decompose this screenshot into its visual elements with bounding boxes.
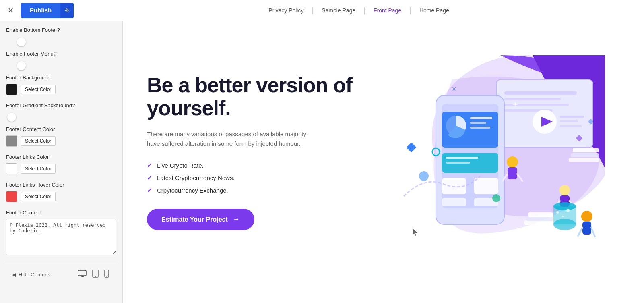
svg-point-49 xyxy=(556,211,559,214)
setting-footer-content-color: Footer Content Color Select Color xyxy=(6,126,116,147)
svg-line-55 xyxy=(591,228,595,237)
setting-footer-links-color: Footer Links Color Select Color xyxy=(6,154,116,174)
hero-list-item-1-text: Live Crypto Rate. xyxy=(157,162,204,169)
svg-rect-24 xyxy=(470,127,490,129)
enable-bottom-footer-label: Enable Bottom Footer? xyxy=(6,27,116,33)
hero-list-item-3: ✓ Crpytocurrency Exchange. xyxy=(147,187,356,194)
enable-footer-menu-label: Enable Footer Menu? xyxy=(6,51,116,57)
svg-rect-62 xyxy=(571,153,599,157)
footer-content-color-select[interactable]: Select Color xyxy=(21,136,56,146)
hide-controls-icon: ◀ xyxy=(12,272,16,278)
preview-area: Be a better version of yourself. There a… xyxy=(123,21,644,303)
setting-footer-gradient: Footer Gradient Background? xyxy=(6,102,116,119)
svg-rect-63 xyxy=(573,148,599,152)
hero-content: Be a better version of yourself. There a… xyxy=(147,74,356,230)
svg-rect-16 xyxy=(560,120,578,122)
hide-controls-label: Hide Controls xyxy=(19,272,50,278)
tablet-icon[interactable] xyxy=(91,268,100,281)
svg-point-36 xyxy=(559,185,570,195)
left-panel-bottom: ◀ Hide Controls xyxy=(6,264,116,285)
svg-rect-9 xyxy=(504,91,577,95)
estimate-project-arrow: → xyxy=(233,215,240,224)
hero-list-item-3-text: Crpytocurrency Exchange. xyxy=(157,187,228,194)
top-navigation: Privacy Policy | Sample Page | Front Pag… xyxy=(74,6,644,15)
svg-point-52 xyxy=(581,211,592,222)
publish-area: Publish ⚙ xyxy=(21,3,74,18)
setting-footer-background: Footer Background Select Color xyxy=(6,75,116,95)
footer-links-hover-color-select[interactable]: Select Color xyxy=(21,192,56,201)
footer-links-color-label: Footer Links Color xyxy=(6,154,116,160)
svg-rect-30 xyxy=(442,198,466,206)
svg-rect-26 xyxy=(446,157,478,159)
estimate-project-button[interactable]: Estimate Your Project → xyxy=(147,209,254,230)
check-icon-1: ✓ xyxy=(147,162,152,169)
desktop-icon[interactable] xyxy=(76,269,88,280)
setting-enable-footer-menu: Enable Footer Menu? xyxy=(6,51,116,67)
svg-rect-40 xyxy=(406,142,416,152)
footer-links-hover-color-row: Select Color xyxy=(6,191,116,202)
svg-rect-29 xyxy=(474,178,498,194)
svg-rect-17 xyxy=(560,125,582,127)
top-toolbar: ✕ Publish ⚙ Privacy Policy | Sample Page… xyxy=(0,0,644,21)
left-settings-panel: Enable Bottom Footer? Enable Footer Menu… xyxy=(0,21,123,303)
top-nav-front-page[interactable]: Front Page xyxy=(365,7,409,14)
svg-rect-23 xyxy=(470,122,486,124)
svg-rect-33 xyxy=(508,167,517,179)
top-nav-sample-page[interactable]: Sample Page xyxy=(314,7,363,14)
svg-rect-22 xyxy=(470,117,492,119)
main-layout: Enable Bottom Footer? Enable Footer Menu… xyxy=(0,21,644,303)
footer-content-color-swatch[interactable] xyxy=(6,135,17,147)
enable-bottom-footer-thumb xyxy=(17,37,26,46)
setting-enable-bottom-footer: Enable Bottom Footer? xyxy=(6,27,116,44)
footer-links-color-swatch[interactable] xyxy=(6,163,17,174)
top-nav-home-page[interactable]: Home Page xyxy=(411,7,457,14)
footer-background-color-row: Select Color xyxy=(6,84,116,95)
close-button[interactable]: ✕ xyxy=(0,0,21,21)
hero-list-item-1: ✓ Live Crypto Rate. xyxy=(147,162,356,169)
estimate-project-label: Estimate Your Project xyxy=(161,216,228,223)
publish-settings-button[interactable]: ⚙ xyxy=(60,3,74,18)
top-nav-privacy-policy[interactable]: Privacy Policy xyxy=(260,7,312,14)
hero-list-item-2: ✓ Latest Cryptocurrency News. xyxy=(147,174,356,182)
footer-background-swatch[interactable] xyxy=(6,84,17,95)
check-icon-3: ✓ xyxy=(147,187,152,194)
svg-point-4 xyxy=(95,276,96,277)
svg-rect-61 xyxy=(569,158,599,162)
footer-links-color-select[interactable]: Select Color xyxy=(21,164,56,174)
hero-list: ✓ Live Crypto Rate. ✓ Latest Cryptocurre… xyxy=(147,162,356,194)
footer-links-hover-color-label: Footer Links Hover Color xyxy=(6,182,116,188)
footer-gradient-thumb xyxy=(7,113,16,122)
mobile-icon[interactable] xyxy=(103,268,110,281)
footer-links-hover-color-swatch[interactable] xyxy=(6,191,17,202)
svg-rect-0 xyxy=(78,270,86,276)
svg-rect-15 xyxy=(560,116,584,118)
svg-point-51 xyxy=(566,209,570,212)
check-icon-2: ✓ xyxy=(147,174,152,182)
setting-footer-content: Footer Content © Flexia 2022. All right … xyxy=(6,210,116,257)
svg-text:×: × xyxy=(452,85,456,93)
svg-rect-27 xyxy=(446,162,470,164)
hero-title: Be a better version of yourself. xyxy=(147,74,356,120)
svg-point-32 xyxy=(507,156,518,168)
hero-list-item-2-text: Latest Cryptocurrency News. xyxy=(157,174,235,181)
footer-content-textarea[interactable]: © Flexia 2022. All right reserved by Cod… xyxy=(6,219,116,255)
svg-point-6 xyxy=(106,276,107,277)
footer-background-select-color[interactable]: Select Color xyxy=(21,85,56,94)
footer-content-color-label: Footer Content Color xyxy=(6,126,116,132)
hero-section: Be a better version of yourself. There a… xyxy=(123,21,644,283)
device-icons-group xyxy=(76,268,110,281)
hero-svg: + × xyxy=(372,55,605,249)
footer-content-color-row: Select Color xyxy=(6,135,116,147)
footer-gradient-label: Footer Gradient Background? xyxy=(6,102,116,108)
footer-links-color-row: Select Color xyxy=(6,163,116,174)
hero-subtitle: There are many variations of passages of… xyxy=(147,129,316,149)
publish-button[interactable]: Publish xyxy=(21,3,60,18)
footer-background-label: Footer Background xyxy=(6,75,116,81)
svg-point-48 xyxy=(553,202,576,210)
footer-content-label: Footer Content xyxy=(6,210,116,216)
hero-illustration: + × xyxy=(356,51,620,253)
setting-footer-links-hover-color: Footer Links Hover Color Select Color xyxy=(6,182,116,202)
enable-footer-menu-thumb xyxy=(17,61,26,70)
svg-point-41 xyxy=(419,171,429,181)
hide-controls-button[interactable]: ◀ Hide Controls xyxy=(12,272,50,278)
